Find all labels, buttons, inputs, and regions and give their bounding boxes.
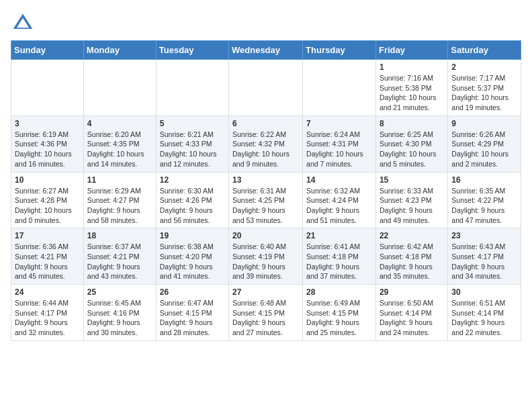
day-info: Sunrise: 6:19 AM Sunset: 4:36 PM Dayligh…	[15, 130, 80, 169]
calendar-cell: 11Sunrise: 6:29 AM Sunset: 4:27 PM Dayli…	[83, 172, 156, 228]
day-info: Sunrise: 6:41 AM Sunset: 4:18 PM Dayligh…	[306, 242, 372, 281]
calendar-cell: 24Sunrise: 6:44 AM Sunset: 4:17 PM Dayli…	[11, 285, 84, 341]
calendar-cell: 14Sunrise: 6:32 AM Sunset: 4:24 PM Dayli…	[303, 172, 376, 228]
calendar-week-row: 1Sunrise: 7:16 AM Sunset: 5:38 PM Daylig…	[11, 60, 521, 116]
header	[11, 11, 521, 35]
day-info: Sunrise: 6:26 AM Sunset: 4:29 PM Dayligh…	[451, 130, 517, 169]
day-info: Sunrise: 6:33 AM Sunset: 4:23 PM Dayligh…	[380, 186, 444, 226]
calendar-cell	[83, 60, 156, 116]
calendar-cell: 12Sunrise: 6:30 AM Sunset: 4:26 PM Dayli…	[156, 172, 228, 228]
calendar-cell: 27Sunrise: 6:48 AM Sunset: 4:15 PM Dayli…	[229, 285, 303, 341]
day-info: Sunrise: 6:44 AM Sunset: 4:17 PM Dayligh…	[15, 298, 80, 338]
calendar-cell: 16Sunrise: 6:35 AM Sunset: 4:22 PM Dayli…	[448, 172, 521, 228]
day-info: Sunrise: 6:24 AM Sunset: 4:31 PM Dayligh…	[306, 130, 372, 169]
calendar-cell: 5Sunrise: 6:21 AM Sunset: 4:33 PM Daylig…	[156, 116, 228, 172]
day-number: 5	[160, 119, 225, 128]
calendar-cell: 25Sunrise: 6:45 AM Sunset: 4:16 PM Dayli…	[83, 285, 156, 341]
calendar-header-saturday: Saturday	[448, 41, 521, 60]
day-info: Sunrise: 6:20 AM Sunset: 4:35 PM Dayligh…	[87, 130, 152, 169]
day-number: 1	[380, 62, 444, 72]
calendar-cell: 22Sunrise: 6:42 AM Sunset: 4:18 PM Dayli…	[375, 228, 447, 285]
day-number: 3	[15, 119, 80, 128]
day-number: 18	[87, 231, 152, 240]
calendar-cell: 19Sunrise: 6:38 AM Sunset: 4:20 PM Dayli…	[156, 228, 228, 285]
day-info: Sunrise: 6:49 AM Sunset: 4:15 PM Dayligh…	[306, 298, 372, 338]
calendar-header-thursday: Thursday	[303, 41, 376, 60]
day-number: 16	[451, 175, 517, 185]
calendar-cell: 20Sunrise: 6:40 AM Sunset: 4:19 PM Dayli…	[229, 228, 303, 285]
day-number: 13	[232, 175, 299, 185]
day-info: Sunrise: 6:32 AM Sunset: 4:24 PM Dayligh…	[306, 186, 372, 226]
day-number: 19	[160, 231, 225, 240]
day-info: Sunrise: 6:21 AM Sunset: 4:33 PM Dayligh…	[160, 130, 225, 169]
day-info: Sunrise: 6:38 AM Sunset: 4:20 PM Dayligh…	[160, 242, 225, 281]
calendar-cell: 18Sunrise: 6:37 AM Sunset: 4:21 PM Dayli…	[83, 228, 156, 285]
day-number: 23	[451, 231, 517, 240]
logo	[11, 11, 38, 35]
day-number: 8	[380, 119, 444, 128]
day-info: Sunrise: 6:29 AM Sunset: 4:27 PM Dayligh…	[87, 186, 152, 226]
day-number: 28	[306, 287, 372, 297]
day-info: Sunrise: 6:25 AM Sunset: 4:30 PM Dayligh…	[380, 130, 444, 169]
calendar-cell: 26Sunrise: 6:47 AM Sunset: 4:15 PM Dayli…	[156, 285, 228, 341]
day-number: 22	[380, 231, 444, 240]
day-number: 25	[87, 287, 152, 297]
calendar-cell: 7Sunrise: 6:24 AM Sunset: 4:31 PM Daylig…	[303, 116, 376, 172]
day-number: 14	[306, 175, 372, 185]
day-number: 29	[380, 287, 444, 297]
day-info: Sunrise: 6:40 AM Sunset: 4:19 PM Dayligh…	[232, 242, 299, 281]
day-number: 15	[380, 175, 444, 185]
calendar-cell: 17Sunrise: 6:36 AM Sunset: 4:21 PM Dayli…	[11, 228, 84, 285]
day-info: Sunrise: 6:51 AM Sunset: 4:14 PM Dayligh…	[451, 298, 517, 338]
day-number: 7	[306, 119, 372, 128]
day-info: Sunrise: 6:45 AM Sunset: 4:16 PM Dayligh…	[87, 298, 152, 338]
calendar-cell	[303, 60, 376, 116]
day-number: 10	[15, 175, 80, 185]
day-number: 20	[232, 231, 299, 240]
day-info: Sunrise: 6:36 AM Sunset: 4:21 PM Dayligh…	[15, 242, 80, 281]
calendar-cell: 21Sunrise: 6:41 AM Sunset: 4:18 PM Dayli…	[303, 228, 376, 285]
calendar-cell: 30Sunrise: 6:51 AM Sunset: 4:14 PM Dayli…	[448, 285, 521, 341]
day-info: Sunrise: 6:27 AM Sunset: 4:28 PM Dayligh…	[15, 186, 80, 226]
day-info: Sunrise: 6:37 AM Sunset: 4:21 PM Dayligh…	[87, 242, 152, 281]
calendar-cell	[11, 60, 84, 116]
calendar-cell: 1Sunrise: 7:16 AM Sunset: 5:38 PM Daylig…	[375, 60, 447, 116]
day-number: 9	[451, 119, 517, 128]
day-info: Sunrise: 6:47 AM Sunset: 4:15 PM Dayligh…	[160, 298, 225, 338]
day-info: Sunrise: 6:35 AM Sunset: 4:22 PM Dayligh…	[451, 186, 517, 226]
day-info: Sunrise: 6:42 AM Sunset: 4:18 PM Dayligh…	[380, 242, 444, 281]
calendar-cell: 10Sunrise: 6:27 AM Sunset: 4:28 PM Dayli…	[11, 172, 84, 228]
calendar-cell: 15Sunrise: 6:33 AM Sunset: 4:23 PM Dayli…	[375, 172, 447, 228]
calendar-cell: 13Sunrise: 6:31 AM Sunset: 4:25 PM Dayli…	[229, 172, 303, 228]
day-number: 6	[232, 119, 299, 128]
calendar-cell: 8Sunrise: 6:25 AM Sunset: 4:30 PM Daylig…	[375, 116, 447, 172]
calendar-header-row: SundayMondayTuesdayWednesdayThursdayFrid…	[11, 41, 521, 60]
day-number: 11	[87, 175, 152, 185]
day-number: 21	[306, 231, 372, 240]
day-number: 2	[451, 62, 517, 72]
day-info: Sunrise: 7:16 AM Sunset: 5:38 PM Dayligh…	[380, 73, 444, 113]
day-number: 27	[232, 287, 299, 297]
day-info: Sunrise: 6:43 AM Sunset: 4:17 PM Dayligh…	[451, 242, 517, 281]
calendar-table: SundayMondayTuesdayWednesdayThursdayFrid…	[11, 40, 521, 341]
calendar-week-row: 24Sunrise: 6:44 AM Sunset: 4:17 PM Dayli…	[11, 285, 521, 341]
day-info: Sunrise: 6:50 AM Sunset: 4:14 PM Dayligh…	[380, 298, 444, 338]
calendar-cell: 3Sunrise: 6:19 AM Sunset: 4:36 PM Daylig…	[11, 116, 84, 172]
calendar-header-monday: Monday	[83, 41, 156, 60]
day-info: Sunrise: 6:31 AM Sunset: 4:25 PM Dayligh…	[232, 186, 299, 226]
day-info: Sunrise: 6:22 AM Sunset: 4:32 PM Dayligh…	[232, 130, 299, 169]
logo-icon	[11, 11, 35, 35]
calendar-cell: 23Sunrise: 6:43 AM Sunset: 4:17 PM Dayli…	[448, 228, 521, 285]
calendar-cell: 28Sunrise: 6:49 AM Sunset: 4:15 PM Dayli…	[303, 285, 376, 341]
calendar-week-row: 3Sunrise: 6:19 AM Sunset: 4:36 PM Daylig…	[11, 116, 521, 172]
day-number: 12	[160, 175, 225, 185]
day-number: 17	[15, 231, 80, 240]
calendar-cell: 9Sunrise: 6:26 AM Sunset: 4:29 PM Daylig…	[448, 116, 521, 172]
calendar-cell: 6Sunrise: 6:22 AM Sunset: 4:32 PM Daylig…	[229, 116, 303, 172]
day-number: 4	[87, 119, 152, 128]
day-info: Sunrise: 6:48 AM Sunset: 4:15 PM Dayligh…	[232, 298, 299, 338]
calendar-header-sunday: Sunday	[11, 41, 84, 60]
calendar-cell: 4Sunrise: 6:20 AM Sunset: 4:35 PM Daylig…	[83, 116, 156, 172]
day-number: 24	[15, 287, 80, 297]
day-info: Sunrise: 7:17 AM Sunset: 5:37 PM Dayligh…	[451, 73, 517, 113]
